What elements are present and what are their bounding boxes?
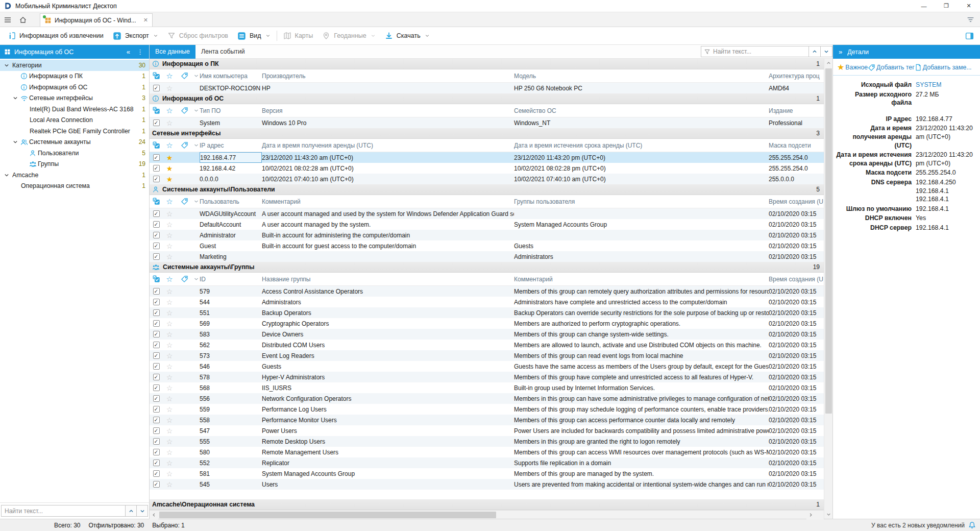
table-cell[interactable]: Members of this group can remotely query… <box>514 286 769 297</box>
tree-item[interactable]: Сетевые интерфейсы3 <box>0 93 149 104</box>
tree-item[interactable]: Группы19 <box>0 159 149 170</box>
table-cell[interactable]: 02/10/2020 03:15 <box>769 307 824 318</box>
tree-item[interactable]: Информация об ОС1 <box>0 82 149 93</box>
table-row[interactable]: ✓☆558Performance Monitor UsersMembers of… <box>150 415 824 425</box>
chevron-down-icon[interactable] <box>425 33 430 38</box>
table-cell[interactable]: Members are allowed to launch, activate … <box>514 340 769 350</box>
row-star-icon[interactable]: ☆ <box>163 449 176 456</box>
row-checkbox[interactable]: ✓ <box>150 165 163 172</box>
row-checkbox[interactable]: ✓ <box>150 119 163 126</box>
column-header[interactable]: Маска подсети <box>769 142 824 149</box>
row-checkbox[interactable]: ✓ <box>150 288 163 295</box>
table-cell[interactable]: WDAGUtilityAccount <box>200 208 262 219</box>
table-cell[interactable]: 255.255.254.0 <box>769 163 824 174</box>
table-cell[interactable]: Administrators have complete and unrestr… <box>514 297 769 307</box>
table-cell[interactable]: 02/10/2020 03:15 <box>769 447 824 457</box>
restore-button[interactable]: ❐ <box>935 0 958 12</box>
collapse-panel-icon[interactable]: « <box>125 48 132 56</box>
row-star-icon[interactable]: ☆ <box>163 438 176 445</box>
table-cell[interactable]: Distributed COM Users <box>262 340 514 350</box>
toolbar-button-reset-filters[interactable]: Сброс фильтров <box>163 29 233 43</box>
table-row[interactable]: ✓★192.168.4.4210/02/2021 08:02:28 am (UT… <box>150 163 824 174</box>
row-star-icon[interactable]: ☆ <box>163 470 176 477</box>
select-all-checkbox-icon[interactable] <box>150 72 163 80</box>
table-cell[interactable]: Members of this group have complete and … <box>514 372 769 382</box>
table-cell[interactable]: Professional <box>769 117 824 128</box>
table-cell[interactable]: Members in this group can have some admi… <box>514 393 769 404</box>
column-header[interactable]: Архитектура проц <box>769 73 824 80</box>
chevron-down-icon[interactable] <box>153 33 158 38</box>
table-cell[interactable]: Administrator <box>200 230 262 240</box>
table-cell[interactable]: 551 <box>200 307 262 318</box>
table-cell[interactable]: 02/10/2020 03:15 <box>769 318 824 329</box>
table-cell[interactable]: 02/10/2020 03:15 <box>769 329 824 340</box>
tree-item[interactable]: Amcache1 <box>0 170 149 181</box>
row-star-icon[interactable]: ☆ <box>163 342 176 349</box>
row-star-icon[interactable]: ☆ <box>163 299 176 306</box>
row-star-icon[interactable]: ☆ <box>163 481 176 488</box>
expand-panel-icon[interactable]: » <box>837 48 844 56</box>
table-cell[interactable]: 558 <box>200 415 262 425</box>
table-cell[interactable]: Backup Operators <box>262 307 514 318</box>
table-cell[interactable]: 02/10/2020 03:15 <box>769 479 824 490</box>
row-star-icon[interactable]: ☆ <box>163 384 176 392</box>
table-cell[interactable]: Built-in account for administering the c… <box>262 230 514 240</box>
toolbar-button-view[interactable]: Вид <box>233 29 275 43</box>
section-header-amcache[interactable]: Amcache\Операционная система 1 <box>150 499 824 510</box>
chevron-expanded-icon[interactable] <box>12 139 19 144</box>
table-row[interactable]: ✓☆583Device OwnersMembers of this group … <box>150 329 824 340</box>
sidebar-search-input[interactable] <box>1 505 126 517</box>
table-row[interactable]: ✓☆SystemWindows 10 ProWindows_NTProfessi… <box>150 117 824 128</box>
row-star-icon[interactable]: ★ <box>163 176 176 183</box>
table-cell[interactable]: Performance Log Users <box>262 404 514 415</box>
table-cell[interactable]: 547 <box>200 425 262 436</box>
table-cell[interactable]: Windows 10 Pro <box>262 117 514 128</box>
table-cell[interactable]: 02/10/2020 03:15 <box>769 361 824 372</box>
table-cell[interactable]: Guest <box>200 240 262 251</box>
row-checkbox[interactable]: ✓ <box>150 253 163 260</box>
table-cell[interactable]: 02/10/2020 03:15 <box>769 425 824 436</box>
search-prev-icon[interactable] <box>126 505 137 517</box>
table-cell[interactable]: 255.255.254.0 <box>769 152 824 163</box>
toolbar-button-geodata[interactable]: Геоданные <box>317 29 380 43</box>
tree-item[interactable]: Realtek PCIe GbE Family Controller1 <box>0 126 149 137</box>
row-checkbox[interactable]: ✓ <box>150 331 163 337</box>
table-cell[interactable]: System Managed Accounts Group <box>262 468 514 479</box>
table-cell[interactable]: 546 <box>200 361 262 372</box>
table-cell[interactable]: 568 <box>200 382 262 393</box>
row-checkbox[interactable]: ✓ <box>150 210 163 217</box>
table-row[interactable]: ✓☆568IIS_IUSRSBuilt-in group used by Int… <box>150 382 824 393</box>
table-cell[interactable] <box>262 251 514 262</box>
tag-column-icon[interactable] <box>176 107 192 114</box>
details-action-tag[interactable]: Добавить тег <box>868 64 915 71</box>
column-header[interactable]: Тип ПО <box>200 107 262 114</box>
star-column-icon[interactable]: ☆ <box>163 141 176 150</box>
table-cell[interactable]: 10/02/2021 07:40:10 am (UTC+0) <box>514 174 769 184</box>
table-cell[interactable]: Members are authorized to perform crypto… <box>514 318 769 329</box>
table-cell[interactable]: Built-in group used by Internet Informat… <box>514 382 769 393</box>
tab-os-info[interactable]: Информация об ОС - Wind... ✕ <box>40 13 153 27</box>
row-checkbox[interactable]: ✓ <box>150 342 163 348</box>
column-header[interactable]: Группы пользователя <box>514 198 769 205</box>
row-checkbox[interactable]: ✓ <box>150 427 163 434</box>
table-cell[interactable]: Guests have the same access as members o… <box>514 361 769 372</box>
search-next-icon[interactable] <box>137 505 148 517</box>
scroll-left-icon[interactable] <box>150 511 158 519</box>
column-header[interactable]: Дата и время истечения срока аренды (UTC… <box>514 142 769 149</box>
section-header[interactable]: Сетевые интерфейсы3 <box>150 128 824 139</box>
table-cell[interactable]: Network Configuration Operators <box>262 393 514 404</box>
table-cell[interactable]: 544 <box>200 297 262 307</box>
table-cell[interactable]: Members of this group can access perform… <box>514 415 769 425</box>
toolbar-button-maps[interactable]: Карты <box>279 29 318 43</box>
table-row[interactable]: ✓☆WDAGUtilityAccountA user account manag… <box>150 208 824 219</box>
section-header[interactable]: Системные аккаунты\Группы19 <box>150 262 824 273</box>
table-cell[interactable]: System Managed Accounts Group <box>514 219 769 230</box>
row-checkbox[interactable]: ✓ <box>150 417 163 423</box>
row-star-icon[interactable]: ☆ <box>163 253 176 260</box>
table-cell[interactable]: 02/10/2020 03:15 <box>769 350 824 361</box>
hscroll-track[interactable] <box>158 511 806 519</box>
table-cell[interactable]: Guests <box>262 361 514 372</box>
column-header[interactable]: Пользователь <box>200 198 262 205</box>
view-tab-inactive[interactable]: Лента событий <box>195 45 251 59</box>
table-cell[interactable]: 02/10/2020 03:15 <box>769 297 824 307</box>
